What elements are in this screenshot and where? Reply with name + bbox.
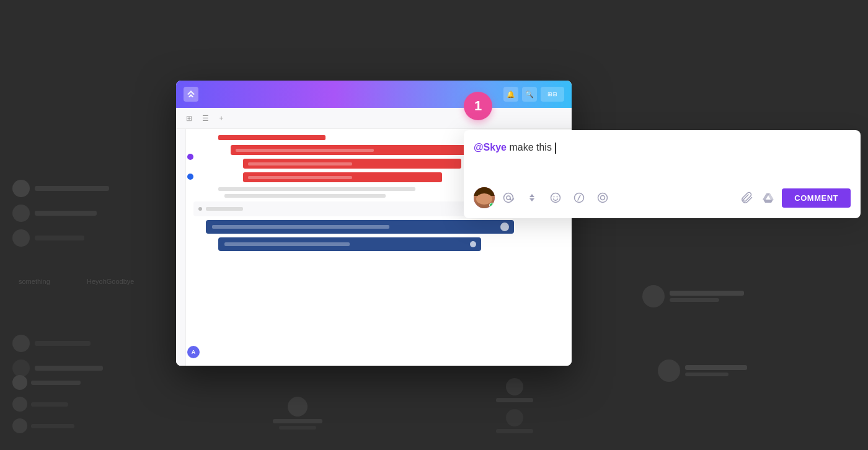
plus-icon[interactable]: + [216,113,227,124]
attachment-icon[interactable] [740,190,755,205]
list-icon: ☰ [200,113,211,124]
bottom-avatar: A [187,346,200,358]
blue-bar-row-1 [206,220,564,234]
comment-submit-button[interactable]: COMMENT [782,188,851,208]
notification-badge: 1 [464,92,492,120]
app-header: 🔔 🔍 ⊞⊟ [176,81,572,108]
purple-dot [187,154,193,160]
grid-icon: ⊞ [184,113,195,124]
comment-tool-icons [501,190,733,205]
assign-icon[interactable] [595,190,610,205]
comment-text-area[interactable]: @Skye make this [474,140,851,177]
header-icons: 🔔 🔍 ⊞⊟ [503,87,564,102]
app-logo [184,87,198,102]
red-label-bar [218,135,326,140]
blue-section [193,220,564,251]
text-cursor [555,143,556,154]
search-icon-btn[interactable]: 🔍 [522,87,537,102]
svg-point-7 [601,196,605,200]
comment-popup[interactable]: @Skye make this [464,130,861,218]
svg-point-0 [504,193,513,203]
slash-icon[interactable] [572,190,587,205]
blue-bar-row-2 [218,237,564,251]
app-toolbar: ⊞ ☰ + [176,108,572,129]
commenter-avatar [474,187,495,208]
layout-icon[interactable]: ⊞⊟ [541,87,564,102]
mention-text: @Skye [474,142,507,152]
side-indicators [187,154,193,180]
svg-point-3 [554,196,555,198]
svg-point-4 [557,196,558,198]
comment-toolbar: COMMENT [474,187,851,208]
blue-dot [187,174,193,180]
app-screenshot-card: 🔔 🔍 ⊞⊟ ⊞ ☰ + [176,81,572,366]
online-indicator [489,203,494,208]
drive-icon[interactable] [761,190,776,205]
emoji-icon[interactable] [548,190,563,205]
comment-right-tools: COMMENT [740,188,851,208]
app-sidebar [176,129,186,366]
comment-body-text: make this [507,142,554,152]
svg-point-6 [598,193,608,203]
mention-icon[interactable] [501,190,516,205]
svg-point-1 [507,196,510,200]
bell-icon[interactable]: 🔔 [503,87,518,102]
priority-icon[interactable] [525,190,539,205]
